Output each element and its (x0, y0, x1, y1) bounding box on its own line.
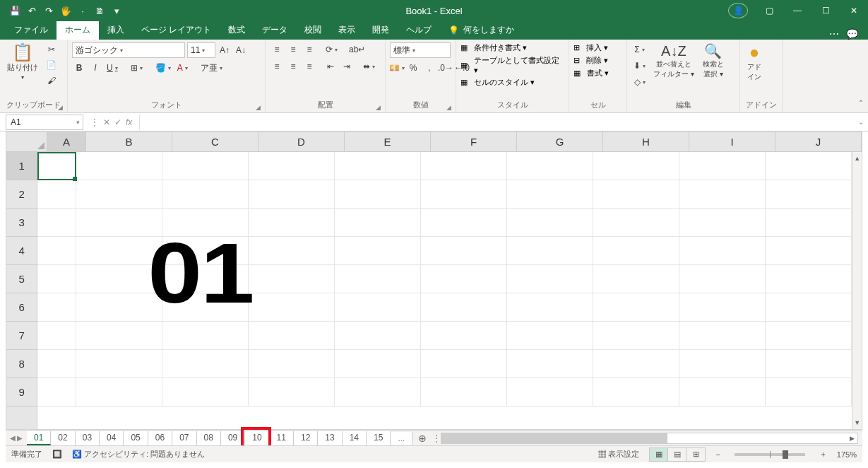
cell[interactable] (37, 350, 76, 378)
tab-developer[interactable]: 開発 (364, 21, 398, 40)
close-button[interactable]: ✕ (840, 0, 868, 21)
sheet-tab-06[interactable]: 06 (148, 431, 172, 445)
cell[interactable] (162, 378, 249, 406)
ribbon-options-icon[interactable]: ▢ (755, 0, 783, 21)
cell[interactable] (421, 209, 507, 236)
row-header-8[interactable]: 8 (6, 350, 37, 378)
cell[interactable] (76, 322, 162, 349)
scroll-right-icon[interactable]: ▶ (846, 433, 857, 443)
clear-icon[interactable]: ◇ (631, 75, 648, 89)
zoom-level[interactable]: 175% (837, 450, 857, 459)
cell[interactable] (593, 265, 679, 293)
zoom-slider[interactable] (735, 453, 805, 456)
cell[interactable] (766, 180, 852, 208)
cell[interactable] (249, 293, 335, 321)
collapse-ribbon-icon[interactable]: ˆ (860, 100, 862, 110)
align-middle-icon[interactable]: ≡ (286, 42, 300, 57)
column-header-A[interactable]: A (47, 132, 86, 151)
cell[interactable] (37, 209, 76, 236)
row-header-7[interactable]: 7 (6, 322, 37, 350)
underline-button[interactable]: U (105, 61, 120, 75)
tab-formulas[interactable]: 数式 (220, 21, 254, 40)
addins-button[interactable]: ● アド イン (744, 42, 764, 83)
column-header-D[interactable]: D (258, 132, 345, 151)
tab-view[interactable]: 表示 (330, 21, 364, 40)
cell[interactable] (593, 293, 679, 321)
minimize-button[interactable]: — (783, 0, 811, 21)
cell[interactable] (766, 322, 852, 349)
cell[interactable] (162, 350, 249, 378)
cell[interactable] (335, 378, 421, 406)
column-header-B[interactable]: B (86, 132, 172, 151)
select-all-corner[interactable] (6, 132, 47, 151)
cell[interactable] (249, 350, 335, 378)
cell[interactable] (421, 350, 507, 378)
phonetic-icon[interactable]: ア亜 (198, 61, 225, 75)
cell[interactable] (766, 350, 852, 378)
name-box[interactable]: A1 (6, 115, 83, 130)
tab-scroll-left-icon[interactable]: ◀ (10, 434, 16, 442)
cell[interactable] (249, 378, 335, 406)
tab-scroll-right-icon[interactable]: ▶ (17, 434, 23, 442)
new-sheet-button[interactable]: ⊕ (412, 433, 432, 444)
cell[interactable] (421, 237, 507, 264)
new-icon[interactable]: 🗎 (92, 3, 107, 18)
fill-icon[interactable]: ⬇ (631, 59, 648, 73)
cell[interactable] (37, 265, 76, 293)
cell[interactable] (37, 293, 76, 321)
sort-filter-button[interactable]: A↓Z 並べ替えと フィルター ▾ (650, 42, 697, 81)
align-left-icon[interactable]: ≡ (270, 59, 284, 74)
cell[interactable] (507, 209, 593, 236)
column-header-J[interactable]: J (775, 132, 862, 151)
cell[interactable] (76, 180, 162, 208)
fill-color-icon[interactable]: 🪣 (153, 61, 173, 75)
italic-button[interactable]: I (88, 61, 102, 75)
cell[interactable] (37, 322, 76, 349)
font-size-combo[interactable]: 11 (187, 42, 215, 58)
qat-more-icon[interactable]: ▾ (109, 3, 124, 18)
cell-styles-button[interactable]: ▦ セルのスタイル ▾ (460, 77, 564, 88)
sheet-tab-08[interactable]: 08 (197, 431, 221, 445)
sheet-tab-11[interactable]: 11 (270, 431, 294, 445)
cell[interactable] (679, 265, 766, 293)
sheet-tab-13[interactable]: 13 (318, 431, 342, 445)
column-header-F[interactable]: F (431, 132, 517, 151)
sheet-tab-02[interactable]: 02 (51, 431, 75, 445)
cell[interactable] (421, 293, 507, 321)
maximize-button[interactable]: ☐ (811, 0, 840, 21)
merge-center-icon[interactable]: ⬌ (361, 59, 377, 74)
row-header-1[interactable]: 1 (6, 152, 37, 180)
zoom-knob[interactable] (783, 450, 788, 459)
undo-icon[interactable]: ↶ (24, 3, 40, 18)
zoom-in-button[interactable]: ＋ (819, 449, 827, 460)
column-header-E[interactable]: E (345, 132, 431, 151)
sheet-tab-12[interactable]: 12 (294, 431, 318, 445)
wrap-text-icon[interactable]: ab↵ (347, 42, 367, 57)
orientation-icon[interactable]: ⟳ (323, 42, 340, 57)
number-format-combo[interactable]: 標準 (390, 42, 451, 58)
cell[interactable] (37, 180, 76, 208)
dialog-launcher-icon[interactable]: ◢ (58, 104, 63, 111)
increase-indent-icon[interactable]: ⇥ (340, 59, 354, 74)
column-header-C[interactable]: C (172, 132, 258, 151)
cell[interactable] (421, 152, 507, 180)
tab-file[interactable]: ファイル (6, 21, 57, 40)
cell[interactable] (249, 209, 335, 236)
tab-help[interactable]: ヘルプ (398, 21, 440, 40)
cell[interactable] (249, 152, 335, 180)
find-select-button[interactable]: 🔍 検索と 選択 ▾ (700, 42, 727, 81)
scroll-thumb[interactable] (441, 433, 667, 443)
cell[interactable] (335, 152, 421, 180)
cell[interactable] (679, 293, 766, 321)
save-icon[interactable]: 💾 (7, 3, 23, 18)
font-name-combo[interactable]: 游ゴシック (72, 42, 185, 58)
cell[interactable] (766, 265, 852, 293)
cell[interactable] (76, 378, 162, 406)
sheet-tab-15[interactable]: 15 (367, 431, 391, 445)
cell[interactable] (507, 180, 593, 208)
insert-cells-button[interactable]: ⊞ 挿入 ▾ (573, 42, 609, 53)
expand-formula-bar-icon[interactable]: ⌄ (854, 118, 868, 126)
dialog-launcher-icon[interactable]: ◢ (256, 104, 261, 111)
cell[interactable] (766, 293, 852, 321)
align-bottom-icon[interactable]: ≡ (302, 42, 316, 57)
